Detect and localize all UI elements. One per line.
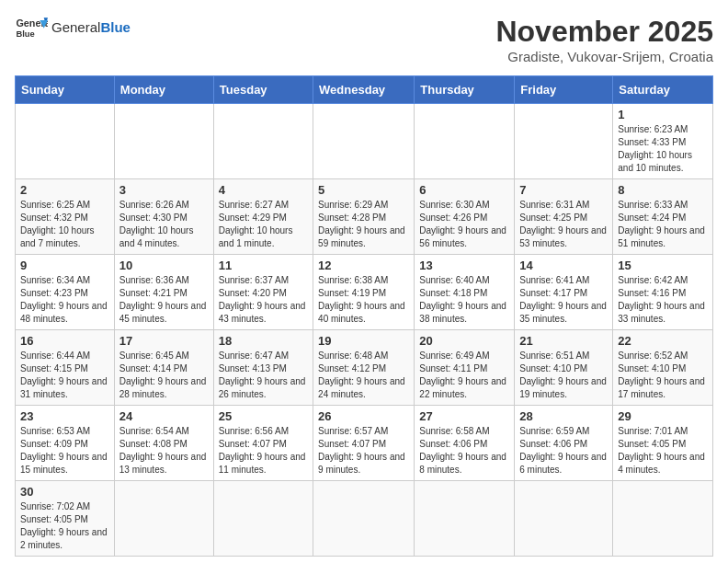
calendar-cell: 26Sunrise: 6:57 AM Sunset: 4:07 PM Dayli… xyxy=(313,406,415,481)
day-number: 13 xyxy=(419,259,509,272)
day-info: Sunrise: 6:47 AM Sunset: 4:13 PM Dayligh… xyxy=(219,350,308,401)
calendar-cell: 6Sunrise: 6:30 AM Sunset: 4:26 PM Daylig… xyxy=(415,179,515,255)
day-info: Sunrise: 6:29 AM Sunset: 4:28 PM Dayligh… xyxy=(318,199,409,250)
day-number: 17 xyxy=(119,334,209,348)
days-header-row: SundayMondayTuesdayWednesdayThursdayFrid… xyxy=(16,76,713,104)
day-info: Sunrise: 6:57 AM Sunset: 4:07 PM Dayligh… xyxy=(318,425,409,477)
calendar-cell xyxy=(415,104,515,179)
day-number: 4 xyxy=(219,183,308,197)
column-header-thursday: Thursday xyxy=(415,76,515,104)
day-number: 6 xyxy=(419,183,509,197)
day-info: Sunrise: 6:25 AM Sunset: 4:32 PM Dayligh… xyxy=(20,199,109,250)
calendar-cell: 13Sunrise: 6:40 AM Sunset: 4:18 PM Dayli… xyxy=(415,255,515,330)
day-number: 30 xyxy=(20,485,109,499)
calendar-cell: 20Sunrise: 6:49 AM Sunset: 4:11 PM Dayli… xyxy=(415,330,515,406)
day-number: 3 xyxy=(119,183,209,197)
week-row-2: 9Sunrise: 6:34 AM Sunset: 4:23 PM Daylig… xyxy=(16,255,713,330)
day-number: 26 xyxy=(318,409,409,423)
day-number: 11 xyxy=(219,259,308,272)
calendar-cell: 2Sunrise: 6:25 AM Sunset: 4:32 PM Daylig… xyxy=(16,179,115,255)
calendar-cell: 4Sunrise: 6:27 AM Sunset: 4:29 PM Daylig… xyxy=(213,179,313,255)
day-number: 25 xyxy=(219,409,308,423)
calendar-cell: 28Sunrise: 6:59 AM Sunset: 4:06 PM Dayli… xyxy=(515,406,613,481)
calendar-cell xyxy=(213,104,313,179)
day-info: Sunrise: 6:27 AM Sunset: 4:29 PM Dayligh… xyxy=(219,199,308,250)
day-number: 8 xyxy=(618,183,708,197)
calendar-cell: 18Sunrise: 6:47 AM Sunset: 4:13 PM Dayli… xyxy=(213,330,313,406)
calendar-cell xyxy=(313,104,415,179)
day-info: Sunrise: 7:02 AM Sunset: 4:05 PM Dayligh… xyxy=(20,500,109,552)
day-info: Sunrise: 6:58 AM Sunset: 4:06 PM Dayligh… xyxy=(419,425,509,477)
day-info: Sunrise: 6:59 AM Sunset: 4:06 PM Dayligh… xyxy=(519,425,608,477)
calendar-cell: 19Sunrise: 6:48 AM Sunset: 4:12 PM Dayli… xyxy=(313,330,415,406)
calendar-cell xyxy=(114,481,213,557)
day-info: Sunrise: 6:48 AM Sunset: 4:12 PM Dayligh… xyxy=(318,350,409,401)
calendar-cell: 17Sunrise: 6:45 AM Sunset: 4:14 PM Dayli… xyxy=(114,330,213,406)
day-info: Sunrise: 6:31 AM Sunset: 4:25 PM Dayligh… xyxy=(519,199,608,250)
calendar-cell xyxy=(114,104,213,179)
calendar-cell: 5Sunrise: 6:29 AM Sunset: 4:28 PM Daylig… xyxy=(313,179,415,255)
day-info: Sunrise: 6:30 AM Sunset: 4:26 PM Dayligh… xyxy=(419,199,509,250)
week-row-3: 16Sunrise: 6:44 AM Sunset: 4:15 PM Dayli… xyxy=(16,330,713,406)
location-subtitle: Gradiste, Vukovar-Srijem, Croatia xyxy=(495,49,713,64)
calendar-cell xyxy=(313,481,415,557)
day-number: 23 xyxy=(20,409,109,423)
day-info: Sunrise: 6:52 AM Sunset: 4:10 PM Dayligh… xyxy=(618,350,708,401)
day-number: 18 xyxy=(219,334,308,348)
calendar-cell xyxy=(16,104,115,179)
calendar-cell: 23Sunrise: 6:53 AM Sunset: 4:09 PM Dayli… xyxy=(16,406,115,481)
day-info: Sunrise: 6:51 AM Sunset: 4:10 PM Dayligh… xyxy=(519,350,608,401)
calendar-cell xyxy=(213,481,313,557)
day-info: Sunrise: 6:33 AM Sunset: 4:24 PM Dayligh… xyxy=(618,199,708,250)
day-number: 7 xyxy=(519,183,608,197)
calendar-cell: 30Sunrise: 7:02 AM Sunset: 4:05 PM Dayli… xyxy=(16,481,115,557)
day-info: Sunrise: 6:42 AM Sunset: 4:16 PM Dayligh… xyxy=(618,274,708,326)
day-number: 15 xyxy=(618,259,708,272)
day-number: 1 xyxy=(618,108,708,121)
calendar-cell: 14Sunrise: 6:41 AM Sunset: 4:17 PM Dayli… xyxy=(515,255,613,330)
day-info: Sunrise: 6:53 AM Sunset: 4:09 PM Dayligh… xyxy=(20,425,109,477)
calendar-cell: 25Sunrise: 6:56 AM Sunset: 4:07 PM Dayli… xyxy=(213,406,313,481)
day-info: Sunrise: 6:41 AM Sunset: 4:17 PM Dayligh… xyxy=(519,274,608,326)
day-number: 28 xyxy=(519,409,608,423)
calendar-cell: 29Sunrise: 7:01 AM Sunset: 4:05 PM Dayli… xyxy=(613,406,713,481)
calendar-cell: 15Sunrise: 6:42 AM Sunset: 4:16 PM Dayli… xyxy=(613,255,713,330)
general-blue-logo-icon: General Blue xyxy=(15,15,48,40)
calendar-cell: 16Sunrise: 6:44 AM Sunset: 4:15 PM Dayli… xyxy=(16,330,115,406)
calendar-cell: 3Sunrise: 6:26 AM Sunset: 4:30 PM Daylig… xyxy=(114,179,213,255)
day-info: Sunrise: 6:45 AM Sunset: 4:14 PM Dayligh… xyxy=(119,350,209,401)
column-header-friday: Friday xyxy=(515,76,613,104)
svg-text:Blue: Blue xyxy=(16,29,34,39)
day-info: Sunrise: 6:54 AM Sunset: 4:08 PM Dayligh… xyxy=(119,425,209,477)
day-number: 27 xyxy=(419,409,509,423)
day-number: 19 xyxy=(318,334,409,348)
calendar-table: SundayMondayTuesdayWednesdayThursdayFrid… xyxy=(15,75,713,557)
calendar-cell: 7Sunrise: 6:31 AM Sunset: 4:25 PM Daylig… xyxy=(515,179,613,255)
month-title: November 2025 xyxy=(495,15,713,49)
day-info: Sunrise: 6:40 AM Sunset: 4:18 PM Dayligh… xyxy=(419,274,509,326)
logo-text: GeneralBlue xyxy=(51,20,131,36)
day-number: 21 xyxy=(519,334,608,348)
calendar-cell: 27Sunrise: 6:58 AM Sunset: 4:06 PM Dayli… xyxy=(415,406,515,481)
week-row-4: 23Sunrise: 6:53 AM Sunset: 4:09 PM Dayli… xyxy=(16,406,713,481)
day-number: 10 xyxy=(119,259,209,272)
day-number: 29 xyxy=(618,409,708,423)
day-info: Sunrise: 6:38 AM Sunset: 4:19 PM Dayligh… xyxy=(318,274,409,326)
column-header-tuesday: Tuesday xyxy=(213,76,313,104)
calendar-cell: 24Sunrise: 6:54 AM Sunset: 4:08 PM Dayli… xyxy=(114,406,213,481)
day-info: Sunrise: 6:34 AM Sunset: 4:23 PM Dayligh… xyxy=(20,274,109,326)
day-number: 24 xyxy=(119,409,209,423)
calendar-cell xyxy=(515,481,613,557)
day-info: Sunrise: 6:23 AM Sunset: 4:33 PM Dayligh… xyxy=(618,123,708,175)
calendar-cell xyxy=(515,104,613,179)
day-number: 9 xyxy=(20,259,109,272)
week-row-1: 2Sunrise: 6:25 AM Sunset: 4:32 PM Daylig… xyxy=(16,179,713,255)
day-number: 5 xyxy=(318,183,409,197)
week-row-0: 1Sunrise: 6:23 AM Sunset: 4:33 PM Daylig… xyxy=(16,104,713,179)
column-header-saturday: Saturday xyxy=(613,76,713,104)
week-row-5: 30Sunrise: 7:02 AM Sunset: 4:05 PM Dayli… xyxy=(16,481,713,557)
day-number: 20 xyxy=(419,334,509,348)
calendar-cell: 8Sunrise: 6:33 AM Sunset: 4:24 PM Daylig… xyxy=(613,179,713,255)
calendar-cell: 9Sunrise: 6:34 AM Sunset: 4:23 PM Daylig… xyxy=(16,255,115,330)
column-header-wednesday: Wednesday xyxy=(313,76,415,104)
